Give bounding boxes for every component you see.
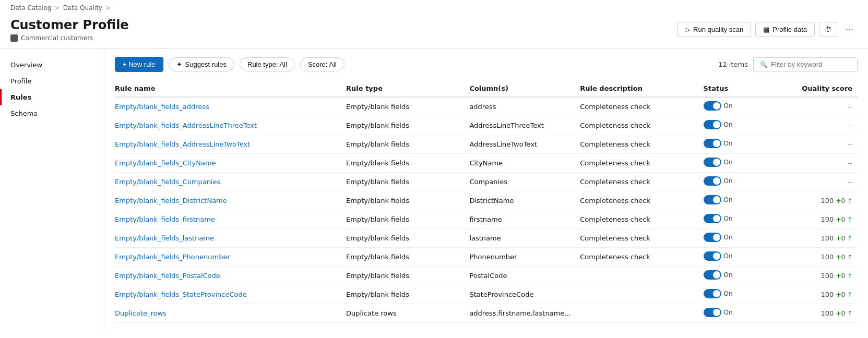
rule-type-cell: Empty/blank fields <box>346 285 469 304</box>
table-row: Empty/blank_fields_DistrictNameEmpty/bla… <box>115 191 858 210</box>
breadcrumb-item-2[interactable]: Data Quality <box>63 4 102 11</box>
toggle-label: On <box>724 271 733 279</box>
rule-name-link[interactable]: Empty/blank_fields_Companies <box>115 178 220 186</box>
table-row: Empty/blank_fields_AddressLineThreeTextE… <box>115 116 858 135</box>
toggle-switch[interactable]: On <box>704 101 733 111</box>
rule-status-cell: On <box>704 154 781 173</box>
suggest-rules-button[interactable]: ✦ Suggest rules <box>169 57 235 71</box>
score-value: 100 <box>821 197 834 204</box>
toggle-track[interactable] <box>704 158 721 167</box>
toggle-track[interactable] <box>704 251 721 261</box>
run-scan-label: Run quality scan <box>693 26 743 33</box>
table-row: Empty/blank_fields_CityNameEmpty/blank f… <box>115 154 858 173</box>
sidebar-item-rules[interactable]: Rules <box>0 89 104 105</box>
rule-name-link[interactable]: Empty/blank_fields_PostalCode <box>115 272 220 280</box>
score-filter-label: Score: All <box>308 61 337 68</box>
rule-name-link[interactable]: Empty/blank_fields_lastname <box>115 234 214 242</box>
more-options-button[interactable]: ··· <box>841 22 858 37</box>
rule-name-link[interactable]: Empty/blank_fields_CityName <box>115 159 216 167</box>
new-rule-button[interactable]: + New rule <box>115 57 163 72</box>
score-delta: +0 ↑ <box>836 310 852 317</box>
search-box[interactable]: 🔍 <box>753 57 858 71</box>
rule-desc-cell: Completeness check <box>580 210 703 229</box>
rule-name-link[interactable]: Empty/blank_fields_firstname <box>115 215 215 223</box>
toggle-switch[interactable]: On <box>704 139 733 148</box>
rule-name-link[interactable]: Empty/blank_fields_AddressLineThreeText <box>115 122 257 129</box>
toggle-track[interactable] <box>704 101 721 111</box>
rule-score-cell: 100 +0 ↑ <box>780 191 858 210</box>
breadcrumb-item-1[interactable]: Data Catalog <box>10 4 52 11</box>
toggle-label: On <box>724 102 733 110</box>
toggle-switch[interactable]: On <box>704 214 733 223</box>
toggle-label: On <box>724 140 733 147</box>
rule-desc-cell: Completeness check <box>580 116 703 135</box>
rule-columns-cell: PostalCode <box>469 267 580 285</box>
rule-status-cell: On <box>704 285 781 304</box>
score-filter-button[interactable]: Score: All <box>300 57 344 71</box>
rule-columns-cell: Companies <box>469 173 580 191</box>
history-button[interactable]: ⏱ <box>819 22 837 37</box>
toggle-track[interactable] <box>704 139 721 148</box>
toggle-switch[interactable]: On <box>704 120 733 129</box>
toggle-track[interactable] <box>704 270 721 280</box>
score-dash: -- <box>848 140 852 148</box>
toggle-track[interactable] <box>704 289 721 298</box>
sidebar-label-rules: Rules <box>10 93 31 101</box>
score-delta: +0 ↑ <box>836 254 852 261</box>
toggle-track[interactable] <box>704 195 721 204</box>
sidebar-item-schema[interactable]: Schema <box>0 105 104 122</box>
rule-type-cell: Empty/blank fields <box>346 191 469 210</box>
header-actions: ▷ Run quality scan ▦ Profile data ⏱ ··· <box>677 22 858 37</box>
sidebar-label-overview: Overview <box>10 61 42 69</box>
table-header: Rule name Rule type Column(s) Rule descr… <box>115 80 858 97</box>
sidebar-item-overview[interactable]: Overview <box>0 57 104 73</box>
toggle-track[interactable] <box>704 176 721 186</box>
score-value: 100 <box>821 215 834 223</box>
search-input[interactable] <box>771 61 851 68</box>
rule-name-link[interactable]: Empty/blank_fields_AddressLineTwoText <box>115 140 250 148</box>
sidebar-item-profile[interactable]: Profile <box>0 73 104 89</box>
col-header-columns: Column(s) <box>469 80 580 97</box>
rule-type-filter-button[interactable]: Rule type: All <box>240 57 295 71</box>
toggle-thumb <box>713 196 720 203</box>
toggle-switch[interactable]: On <box>704 251 733 261</box>
toggle-track[interactable] <box>704 233 721 242</box>
toggle-switch[interactable]: On <box>704 308 733 317</box>
rule-columns-cell: firstname <box>469 210 580 229</box>
rule-type-cell: Empty/blank fields <box>346 210 469 229</box>
rule-columns-cell: DistrictName <box>469 191 580 210</box>
rule-name-link[interactable]: Empty/blank_fields_DistrictName <box>115 197 227 204</box>
run-quality-scan-button[interactable]: ▷ Run quality scan <box>677 22 751 37</box>
toggle-track[interactable] <box>704 308 721 317</box>
toggle-track[interactable] <box>704 120 721 129</box>
table-row: Empty/blank_fields_CompaniesEmpty/blank … <box>115 173 858 191</box>
toggle-switch[interactable]: On <box>704 176 733 186</box>
table-row: Empty/blank_fields_AddressLineTwoTextEmp… <box>115 135 858 154</box>
table-row: Empty/blank_fields_addressEmpty/blank fi… <box>115 97 858 116</box>
rule-desc-cell: Completeness check <box>580 173 703 191</box>
toggle-switch[interactable]: On <box>704 289 733 298</box>
header-subtitle: Commercial customers <box>10 34 129 42</box>
toggle-switch[interactable]: On <box>704 195 733 204</box>
toggle-thumb <box>713 121 720 128</box>
rule-name-link[interactable]: Empty/blank_fields_StateProvinceCode <box>115 291 247 298</box>
rule-name-link[interactable]: Empty/blank_fields_Phonenumber <box>115 253 230 261</box>
profile-data-button[interactable]: ▦ Profile data <box>755 22 815 37</box>
toggle-track[interactable] <box>704 214 721 223</box>
toggle-switch[interactable]: On <box>704 270 733 280</box>
score-delta: +0 ↑ <box>836 235 852 242</box>
score-value: 100 <box>821 291 834 298</box>
toggle-switch[interactable]: On <box>704 233 733 242</box>
rules-table: Rule name Rule type Column(s) Rule descr… <box>115 80 858 323</box>
rule-columns-cell: AddressLineThreeText <box>469 116 580 135</box>
rule-name-link[interactable]: Duplicate_rows <box>115 309 167 317</box>
toggle-label: On <box>724 309 733 316</box>
rule-status-cell: On <box>704 191 781 210</box>
toggle-label: On <box>724 234 733 241</box>
score-delta: +0 ↑ <box>836 291 852 298</box>
rule-desc-cell: Completeness check <box>580 229 703 248</box>
toggle-thumb <box>713 102 720 110</box>
rule-name-link[interactable]: Empty/blank_fields_address <box>115 103 209 111</box>
toggle-switch[interactable]: On <box>704 158 733 167</box>
rule-score-cell: -- <box>780 154 858 173</box>
